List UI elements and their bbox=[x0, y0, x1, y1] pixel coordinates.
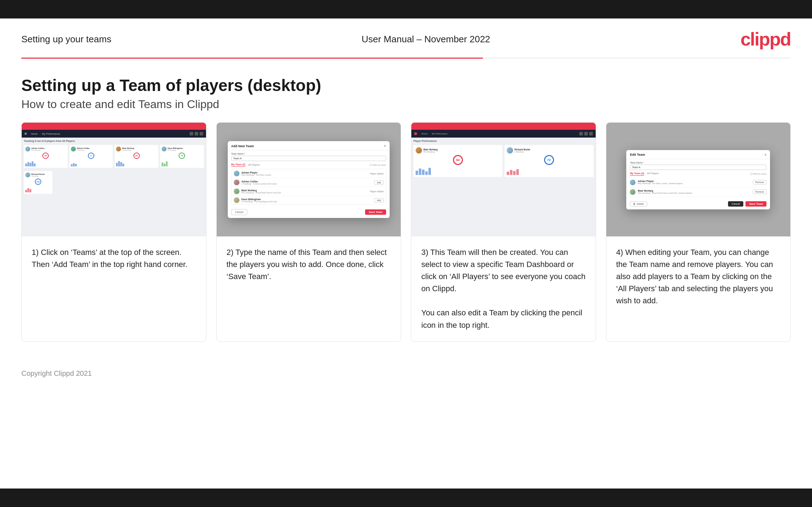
mock4-title: Edit Team bbox=[630, 153, 645, 156]
mock4-delete-button[interactable]: 🗑 Delete bbox=[630, 201, 647, 207]
mock2-filter: Filter by name bbox=[370, 164, 386, 166]
mock2-player-row-4: Dave Billingham 1.5 Handicap · The Ing M… bbox=[232, 196, 386, 204]
mock4-team-name-input[interactable]: Team A bbox=[630, 165, 766, 170]
mock3-nav: Teams My Performance bbox=[411, 130, 596, 138]
card3-screenshot: Teams My Performance Player Performance bbox=[411, 123, 596, 236]
mock4-cancel-button[interactable]: Cancel bbox=[728, 201, 743, 207]
card3-text: 3) This Team will then be created. You c… bbox=[411, 236, 596, 341]
mock2-player1-detail: Plus Handicap · The Shire London bbox=[242, 174, 370, 176]
mock1-section-heading: Tracking 5 out of 8 players from All Pla… bbox=[24, 140, 204, 143]
mock2-modal-footer: Cancel Save Team bbox=[228, 207, 390, 218]
bar bbox=[507, 172, 509, 175]
mock2-player3-status: Player Added bbox=[370, 190, 384, 193]
mock4-player1-name: Adrian Player bbox=[638, 180, 753, 182]
mock2-tab-my-team[interactable]: My Team (2) bbox=[231, 163, 246, 167]
card-3: Teams My Performance Player Performance bbox=[411, 122, 596, 342]
mock4-save-button[interactable]: Save Team bbox=[745, 201, 766, 207]
mock2-player4-add[interactable]: Add bbox=[374, 198, 384, 203]
mock2-team-name-input[interactable]: Team A bbox=[231, 156, 386, 161]
mock2-player3-detail: Plus Handicap · Royal North Devon Golf C… bbox=[242, 192, 370, 194]
bar bbox=[27, 188, 29, 192]
mock2-tab-all-players[interactable]: All Players bbox=[248, 164, 260, 167]
card3-text1: 3) This Team will then be created. You c… bbox=[421, 248, 585, 293]
mock4-tabs: My Team (2) All Players Filter by name bbox=[630, 172, 766, 176]
bar bbox=[516, 169, 519, 175]
bar bbox=[25, 164, 27, 166]
mock1-player1-detail: Plus Handicap bbox=[31, 149, 44, 151]
bar bbox=[34, 164, 36, 166]
mock4-player1-remove[interactable]: Remove bbox=[753, 180, 766, 185]
mock2-player2-add[interactable]: Add bbox=[374, 180, 384, 185]
bar bbox=[71, 164, 73, 166]
mock3-player1-name: Blair McHarg bbox=[423, 148, 438, 151]
mock1-player3-name: Blair McHarg bbox=[122, 147, 134, 149]
bar bbox=[164, 164, 165, 166]
mock1-bars2 bbox=[71, 160, 112, 166]
mock4-modal-header: Edit Team × bbox=[626, 150, 770, 159]
mock1-score4: 78 bbox=[179, 153, 185, 159]
mock4-tab-my-team[interactable]: My Team (2) bbox=[630, 172, 644, 176]
mock2-player2-info: Adrian Coliba 1 Handicap · Central Londo… bbox=[242, 180, 375, 185]
mock1-player4-name: Dave Billingham bbox=[168, 147, 183, 149]
mock4-player2-detail: Plus Handicap · Royal North Devon Golf C… bbox=[638, 192, 753, 194]
mock1-bars4 bbox=[162, 160, 202, 166]
card4-text: 4) When editing your Team, you can chang… bbox=[606, 236, 791, 341]
mock1-nav-teams: My Performance bbox=[42, 133, 60, 135]
trash-icon: 🗑 bbox=[633, 203, 636, 205]
bar bbox=[75, 164, 77, 166]
mock2-save-button[interactable]: Save Team bbox=[365, 209, 386, 215]
mock1-bg: Home My Performance Tracking 5 out of 8 … bbox=[22, 123, 206, 236]
mock3-body: Player Performance Blair McHarg Plus Han… bbox=[411, 138, 596, 236]
card1-screenshot: Home My Performance Tracking 5 out of 8 … bbox=[22, 123, 206, 236]
bar bbox=[513, 171, 516, 175]
mock4-player1-info: Adrian Player Plus Handicap · The Shire … bbox=[638, 180, 753, 185]
mock4-player-list: Adrian Player Plus Handicap · The Shire … bbox=[630, 178, 766, 197]
mock2-avatar1 bbox=[234, 171, 239, 176]
mock1-avatar2 bbox=[71, 146, 76, 151]
mock2-filter-label: Filter by name bbox=[373, 164, 386, 166]
bar bbox=[27, 162, 29, 166]
bar bbox=[428, 168, 431, 175]
mock4-player-row-2: Blair McHarg Plus Handicap · Royal North… bbox=[630, 187, 766, 197]
bar bbox=[122, 164, 124, 166]
mock2-player4-detail: 1.5 Handicap · The Ing Maping Golf Club bbox=[242, 201, 375, 203]
card2-screenshot: Add New Team × Team Name * Team A My Tea… bbox=[217, 123, 401, 236]
mock1-player5-detail: 2 Handicap bbox=[31, 175, 45, 177]
mock4-close-icon[interactable]: × bbox=[764, 153, 766, 157]
page-subtitle: How to create and edit Teams in Clippd bbox=[21, 98, 791, 111]
mock2-cancel-button[interactable]: Cancel bbox=[231, 209, 247, 215]
mock4-modal-footer: 🗑 Delete Cancel Save Team bbox=[626, 199, 770, 209]
mock2-player2-detail: 1 Handicap · Central London Golf Centre bbox=[242, 183, 375, 185]
mock1-player2-detail: 1 Handicap bbox=[77, 149, 90, 151]
card-1: Home My Performance Tracking 5 out of 8 … bbox=[21, 122, 206, 342]
mock2-close-icon[interactable]: × bbox=[384, 144, 386, 148]
mock3-bars2 bbox=[507, 166, 591, 175]
card4-screenshot: Edit Team × Team Name * Team A My Team (… bbox=[606, 123, 791, 236]
mock4-filter-checkbox[interactable] bbox=[750, 173, 752, 175]
mock4-modal-body: Team Name * Team A My Team (2) All Playe… bbox=[626, 159, 770, 199]
mock4-player2-remove[interactable]: Remove bbox=[753, 190, 766, 194]
header-center-label: User Manual – November 2022 bbox=[362, 34, 490, 45]
mock3-bg: Teams My Performance Player Performance bbox=[411, 123, 596, 236]
bar bbox=[73, 163, 75, 166]
mock4-player2-info: Blair McHarg Plus Handicap · Royal North… bbox=[638, 190, 753, 194]
mock2-player4-name: Dave Billingham bbox=[242, 198, 375, 201]
mock2-filter-checkbox[interactable] bbox=[370, 164, 372, 166]
page-title-section: Setting up a Team of players (desktop) H… bbox=[0, 59, 812, 122]
bar bbox=[422, 170, 425, 175]
mock3-player1-card: Blair McHarg Plus Handicap 94 bbox=[413, 145, 502, 177]
mock2-modal-header: Add New Team × bbox=[228, 141, 390, 150]
bar bbox=[425, 171, 428, 175]
card-4: Edit Team × Team Name * Team A My Team (… bbox=[606, 122, 791, 342]
mock2-player1-name: Adrian Player bbox=[242, 171, 370, 174]
bottom-bar bbox=[0, 489, 812, 507]
mock1-avatar3 bbox=[116, 146, 121, 151]
mock1-player4: Dave Billingham 1.5 Handicap 78 bbox=[160, 145, 204, 168]
mock2-player1-info: Adrian Player Plus Handicap · The Shire … bbox=[242, 171, 370, 176]
mock2-player3-name: Blair McHarg bbox=[242, 189, 370, 192]
bar bbox=[166, 161, 168, 166]
mock4-tab-all-players[interactable]: All Players bbox=[647, 172, 659, 175]
footer: Copyright Clippd 2021 bbox=[0, 363, 812, 384]
mock1-player4-detail: 1.5 Handicap bbox=[168, 149, 183, 151]
card1-text: 1) Click on ‘Teams’ at the top of the sc… bbox=[22, 236, 206, 341]
